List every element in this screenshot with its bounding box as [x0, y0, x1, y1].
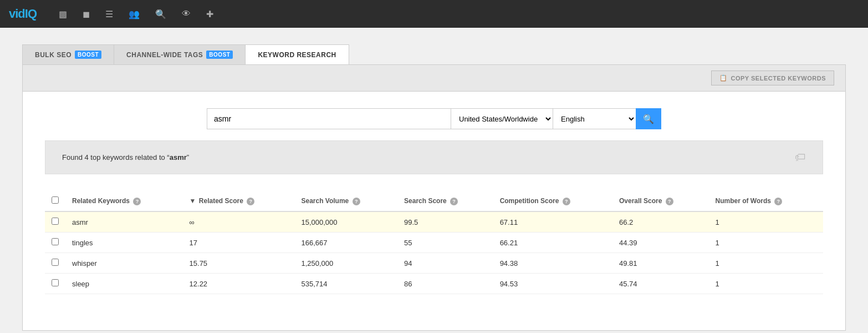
search-input[interactable]	[207, 108, 451, 129]
th-related-keywords-label: Related Keywords	[72, 197, 130, 205]
row-overall-score-0: 66.2	[612, 211, 709, 233]
number-of-words-help-icon[interactable]: ?	[774, 198, 782, 205]
th-search-volume: Search Volume ?	[294, 191, 397, 211]
tab-channel-wide-tags-badge: BOOST	[206, 51, 233, 59]
row-keyword-1: tingles	[65, 233, 183, 253]
row-competition-score-3: 94.53	[493, 274, 612, 294]
row-search-volume-0: 15,000,000	[294, 211, 397, 233]
row-overall-score-3: 45.74	[612, 274, 709, 294]
row-competition-score-2: 94.38	[493, 253, 612, 274]
search-score-help-icon[interactable]: ?	[450, 198, 458, 205]
row-competition-score-0: 67.11	[493, 211, 612, 233]
table-row: whisper 15.75 1,250,000 94 94.38 49.81 1	[45, 253, 823, 274]
related-keywords-help-icon[interactable]: ?	[133, 198, 141, 205]
row-overall-score-1: 44.39	[612, 233, 709, 253]
results-text: Found 4 top keywords related to “asmr”	[62, 153, 189, 162]
search-row: United States/Worldwide United Kingdom C…	[207, 108, 661, 129]
sort-arrow-icon: ▼	[190, 197, 196, 205]
row-num-words-2: 1	[709, 253, 824, 274]
row-search-score-2: 94	[397, 253, 493, 274]
results-suffix: ”	[187, 153, 189, 162]
region-select[interactable]: United States/Worldwide United Kingdom C…	[451, 108, 553, 129]
tab-channel-wide-tags[interactable]: CHANNEL-WIDE TAGS BOOST	[114, 44, 246, 64]
th-related-score: ▼ Related Score ?	[183, 191, 295, 211]
row-search-score-1: 55	[397, 233, 493, 253]
row-search-score-0: 99.5	[397, 211, 493, 233]
th-related-keywords: Related Keywords ?	[65, 191, 183, 211]
th-number-of-words-label: Number of Words	[716, 197, 771, 205]
table-row: sleep 12.22 535,714 86 94.53 45.74 1	[45, 274, 823, 294]
language-select[interactable]: English Spanish French German	[553, 108, 636, 129]
logo-iq: IQ	[25, 7, 37, 21]
table-header-row: Related Keywords ? ▼ Related Score ? Sea…	[45, 191, 823, 211]
table-body: asmr ∞ 15,000,000 99.5 67.11 66.2 1 ting…	[45, 211, 823, 294]
th-competition-score-label: Competition Score	[500, 197, 559, 205]
overall-score-help-icon[interactable]: ?	[666, 198, 673, 205]
row-checkbox-cell	[45, 274, 65, 294]
search-volume-help-icon[interactable]: ?	[353, 198, 360, 205]
th-search-volume-label: Search Volume	[301, 197, 349, 205]
tag-icon: 🏷	[795, 151, 806, 164]
row-related-score-2: 15.75	[183, 253, 295, 274]
row-search-score-3: 86	[397, 274, 493, 294]
row-related-score-3: 12.22	[183, 274, 295, 294]
row-keyword-3: sleep	[65, 274, 183, 294]
row-num-words-1: 1	[709, 233, 824, 253]
row-checkbox-cell	[45, 253, 65, 274]
keywords-section: Related Keywords ? ▼ Related Score ? Sea…	[23, 185, 845, 305]
logo-vid: vid	[9, 7, 25, 21]
tab-channel-wide-tags-label: CHANNEL-WIDE TAGS	[126, 51, 203, 59]
nav-users-icon[interactable]: 👥	[129, 9, 140, 19]
th-select-all	[45, 191, 65, 211]
th-overall-score-label: Overall Score	[619, 197, 662, 205]
th-overall-score: Overall Score ?	[612, 191, 709, 211]
row-keyword-2: whisper	[65, 253, 183, 274]
results-banner: Found 4 top keywords related to “asmr” 🏷	[45, 140, 823, 174]
tab-panel: 📋 COPY SELECTED KEYWORDS United States/W…	[22, 64, 846, 331]
row-checkbox-2[interactable]	[52, 259, 59, 266]
tab-keyword-research[interactable]: KEYWORD RESEARCH	[246, 44, 349, 64]
row-checkbox-cell	[45, 211, 65, 233]
row-search-volume-2: 1,250,000	[294, 253, 397, 274]
row-num-words-0: 1	[709, 211, 824, 233]
row-search-volume-3: 535,714	[294, 274, 397, 294]
keywords-table: Related Keywords ? ▼ Related Score ? Sea…	[45, 191, 823, 294]
row-overall-score-2: 49.81	[612, 253, 709, 274]
logo: vidIQ	[9, 7, 37, 21]
row-checkbox-3[interactable]	[52, 279, 59, 286]
table-row: asmr ∞ 15,000,000 99.5 67.11 66.2 1	[45, 211, 823, 233]
row-competition-score-1: 66.21	[493, 233, 612, 253]
table-row: tingles 17 166,667 55 66.21 44.39 1	[45, 233, 823, 253]
nav-film-icon[interactable]: ◼	[83, 9, 90, 19]
main-content: BULK SEO BOOST CHANNEL-WIDE TAGS BOOST K…	[0, 28, 868, 331]
nav-eye-icon[interactable]: 👁	[182, 9, 191, 19]
competition-score-help-icon[interactable]: ?	[563, 198, 570, 205]
nav-plus-circle-icon[interactable]: ✚	[206, 9, 213, 19]
copy-button-label: COPY SELECTED KEYWORDS	[731, 75, 826, 82]
copy-selected-keywords-button[interactable]: 📋 COPY SELECTED KEYWORDS	[711, 70, 834, 85]
tab-bulk-seo-badge: BOOST	[75, 51, 101, 59]
tab-bar: BULK SEO BOOST CHANNEL-WIDE TAGS BOOST K…	[22, 44, 846, 64]
nav-list-icon[interactable]: ☰	[105, 9, 113, 19]
results-prefix: Found 4 top keywords related to “	[62, 153, 170, 162]
row-num-words-3: 1	[709, 274, 824, 294]
nav-bar-chart-icon[interactable]: ▩	[59, 9, 67, 19]
related-score-help-icon[interactable]: ?	[247, 198, 254, 205]
nav-search-icon[interactable]: 🔍	[155, 9, 166, 19]
results-keyword: asmr	[170, 153, 187, 162]
th-competition-score: Competition Score ?	[493, 191, 612, 211]
search-icon: 🔍	[643, 114, 654, 124]
row-related-score-0: ∞	[183, 211, 295, 233]
row-checkbox-0[interactable]	[52, 218, 59, 225]
search-button[interactable]: 🔍	[636, 108, 661, 129]
tab-bulk-seo[interactable]: BULK SEO BOOST	[22, 44, 114, 64]
th-search-score-label: Search Score	[404, 197, 447, 205]
row-keyword-0: asmr	[65, 211, 183, 233]
row-checkbox-1[interactable]	[52, 238, 59, 245]
th-related-score-label: Related Score	[199, 197, 243, 205]
search-area: United States/Worldwide United Kingdom C…	[23, 92, 845, 140]
row-related-score-1: 17	[183, 233, 295, 253]
th-search-score: Search Score ?	[397, 191, 493, 211]
row-search-volume-1: 166,667	[294, 233, 397, 253]
select-all-checkbox[interactable]	[52, 196, 59, 204]
